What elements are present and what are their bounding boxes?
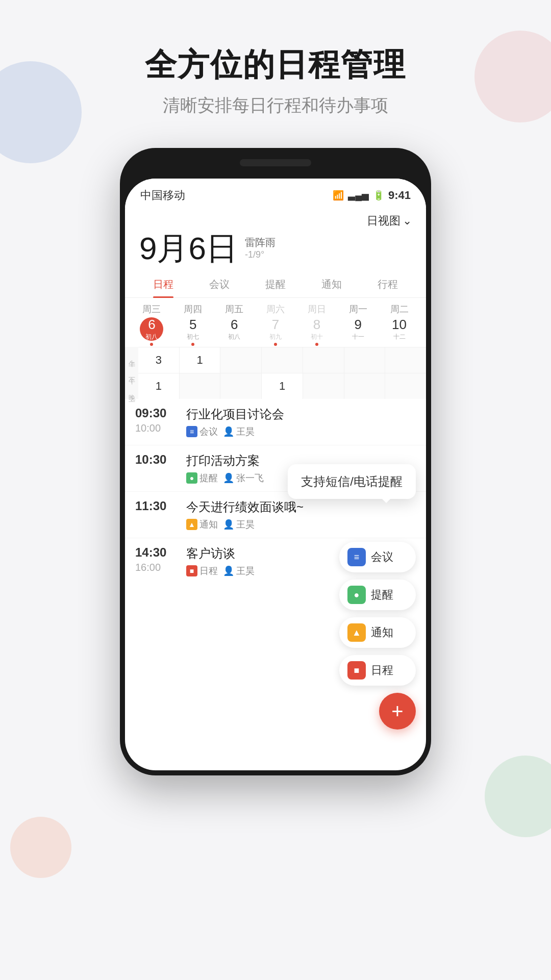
tab-meeting[interactable]: 会议 — [191, 271, 247, 297]
fab-meeting-label: 会议 — [371, 549, 393, 565]
calendar-week-header: 周三 6初八 周四 5初七 周五 6初八 周六 7初九 — [125, 298, 426, 347]
day-dot-wed — [150, 343, 153, 346]
status-time: 9:41 — [388, 189, 411, 202]
cal-row-2: 1 1 — [138, 373, 426, 399]
tab-schedule[interactable]: 日程 — [135, 271, 191, 297]
chevron-down-icon: ⌄ — [403, 214, 412, 228]
time-start-3: 11:30 — [135, 499, 181, 513]
main-title: 全方位的日程管理 — [0, 46, 551, 84]
schedule-item-1[interactable]: 09:30 10:00 行业化项目讨论会 ≡ 会议 👤 王昊 — [125, 399, 426, 445]
person-tag-2: 👤 张一飞 — [223, 472, 264, 484]
cal-cell-2-6 — [344, 373, 386, 399]
cal-cell-2-2 — [180, 373, 221, 399]
battery-icon: 🔋 — [373, 190, 384, 201]
schedule-title-1: 行业化项目讨论会 — [186, 406, 416, 422]
date-main: 9月6日 — [139, 233, 238, 264]
cal-cell-2-5 — [303, 373, 344, 399]
person-tag-4: 👤 王昊 — [223, 565, 255, 577]
time-end-1: 10:00 — [135, 422, 181, 434]
fab-item-reminder[interactable]: ● 提醒 — [339, 580, 416, 610]
phone-screen: 中国移动 📶 ▃▄▅ 🔋 9:41 日视图 ⌄ 9月6日 雷阵 — [125, 179, 426, 770]
fab-reminder-icon: ● — [347, 586, 366, 604]
lunar-9: 十一 — [352, 333, 364, 341]
cal-day-sun[interactable]: 周日 8初十 — [296, 303, 337, 347]
week-label-mon: 周一 — [337, 303, 379, 315]
time-end-4: 16:00 — [135, 562, 181, 573]
fab-item-schedule[interactable]: ■ 日程 — [339, 655, 416, 686]
fab-notice-icon: ▲ — [347, 623, 366, 642]
cal-cell-1-2: 1 — [180, 347, 221, 373]
person-tag-1: 👤 王昊 — [223, 425, 255, 438]
cal-cell-2-3 — [220, 373, 262, 399]
schedule-content-3: 今天进行绩效面谈哦~ ▲ 通知 👤 王昊 — [181, 499, 416, 531]
phone-notch — [240, 159, 311, 166]
side-label-evening: 晚上 — [125, 382, 138, 399]
fab-item-meeting[interactable]: ≡ 会议 — [339, 542, 416, 572]
cal-day-thu[interactable]: 周四 5初七 — [172, 303, 214, 347]
fab-schedule-icon: ■ — [347, 661, 366, 680]
person-name-3: 王昊 — [236, 518, 255, 531]
cal-day-wed[interactable]: 周三 6初八 — [131, 303, 172, 347]
person-name-1: 王昊 — [236, 425, 255, 438]
day-number-9: 9十一 — [346, 317, 370, 341]
header-section: 全方位的日程管理 清晰安排每日行程和待办事项 — [0, 0, 551, 117]
tag-notice-3: ▲ 通知 — [186, 518, 218, 531]
tag-label-meeting-1: 会议 — [199, 425, 218, 438]
schedule-time-4: 14:30 16:00 — [135, 545, 181, 577]
fab-item-notice[interactable]: ▲ 通知 — [339, 617, 416, 648]
lunar-5: 初七 — [187, 333, 199, 341]
tab-reminder[interactable]: 提醒 — [247, 271, 304, 297]
fab-notice-label: 通知 — [371, 625, 393, 640]
person-icon-1: 👤 — [223, 426, 234, 437]
weather-name: 雷阵雨 — [245, 236, 276, 249]
lunar-8: 初十 — [311, 333, 323, 341]
cal-day-fri[interactable]: 周五 6初八 — [214, 303, 255, 347]
day-dot-sat — [274, 343, 277, 346]
status-right: 📶 ▃▄▅ 🔋 9:41 — [333, 189, 411, 202]
person-name-2: 张一飞 — [236, 472, 264, 484]
sub-title: 清晰安排每日行程和待办事项 — [0, 94, 551, 117]
time-start-4: 14:30 — [135, 545, 181, 560]
fab-main-button[interactable]: + — [379, 693, 416, 730]
cal-cell-2-7 — [385, 373, 426, 399]
view-selector[interactable]: 日视图 ⌄ — [367, 213, 412, 229]
tab-notice[interactable]: 通知 — [304, 271, 360, 297]
schedule-time-3: 11:30 — [135, 499, 181, 531]
fab-meeting-icon: ≡ — [347, 548, 366, 566]
week-label-sun: 周日 — [296, 303, 337, 315]
phone-frame: 中国移动 📶 ▃▄▅ 🔋 9:41 日视图 ⌄ 9月6日 雷阵 — [120, 148, 431, 775]
cal-day-tue[interactable]: 周二 10十二 — [379, 303, 420, 347]
person-name-4: 王昊 — [236, 565, 255, 577]
schedule-title-3: 今天进行绩效面谈哦~ — [186, 499, 416, 515]
day-number-6-today: 6初八 — [140, 317, 163, 341]
day-dot-thu — [191, 343, 194, 346]
person-tag-3: 👤 王昊 — [223, 518, 255, 531]
tab-trip[interactable]: 行程 — [360, 271, 416, 297]
cal-day-sat[interactable]: 周六 7初九 — [255, 303, 296, 347]
weather-temp: -1/9° — [245, 249, 264, 260]
tooltip-text: 支持短信/电话提醒 — [301, 474, 403, 488]
time-start-2: 10:30 — [135, 453, 181, 467]
week-label-fri: 周五 — [214, 303, 255, 315]
schedule-meta-3: ▲ 通知 👤 王昊 — [186, 518, 416, 531]
fab-schedule-label: 日程 — [371, 663, 393, 678]
schedule-icon-4: ■ — [186, 565, 197, 576]
tooltip-popup: 支持短信/电话提醒 — [288, 464, 416, 499]
side-labels: 上午 下午 晚上 — [125, 347, 138, 399]
schedule-meta-1: ≡ 会议 👤 王昊 — [186, 425, 416, 438]
cal-cell-1-7 — [385, 347, 426, 373]
cal-cell-2-1: 1 — [138, 373, 180, 399]
date-display: 9月6日 雷阵雨 -1/9° — [125, 229, 426, 264]
side-label-afternoon: 下午 — [125, 364, 138, 382]
week-label-tue: 周二 — [379, 303, 420, 315]
calendar-body: 上午 下午 晚上 3 1 1 — [125, 347, 426, 399]
status-bar: 中国移动 📶 ▃▄▅ 🔋 9:41 — [125, 179, 426, 208]
carrier-label: 中国移动 — [140, 188, 185, 203]
cal-row-1: 3 1 — [138, 347, 426, 373]
reminder-icon-2: ● — [186, 472, 197, 484]
cal-cell-1-6 — [344, 347, 386, 373]
view-selector-label: 日视图 — [367, 213, 400, 229]
day-number-7: 7初九 — [264, 317, 287, 341]
cal-day-mon[interactable]: 周一 9十一 — [337, 303, 379, 347]
schedule-time-2: 10:30 — [135, 453, 181, 484]
